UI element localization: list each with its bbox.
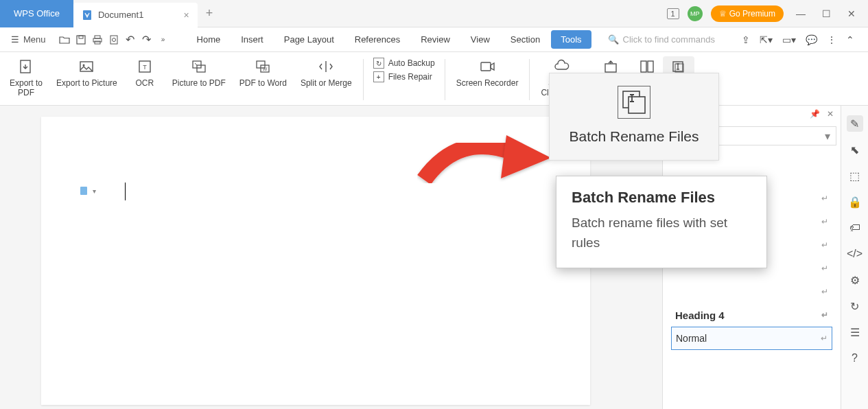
minimize-button[interactable]: —	[792, 8, 810, 19]
tab-section[interactable]: Section	[501, 30, 550, 49]
svg-rect-26	[629, 97, 645, 113]
auto-backup-button[interactable]: ↻ Auto Backup	[373, 58, 435, 69]
pencil-icon[interactable]: ✎	[847, 115, 863, 132]
batch-rename-large-icon	[618, 86, 650, 119]
close-panel-icon[interactable]: ✕	[827, 109, 834, 119]
command-search[interactable]: 🔍 Click to find commands	[608, 34, 715, 45]
tab-references[interactable]: References	[345, 30, 410, 49]
window-count-badge[interactable]: 1	[667, 8, 679, 19]
print-icon[interactable]	[90, 32, 105, 47]
close-window-button[interactable]: ✕	[843, 8, 860, 19]
tab-tools[interactable]: Tools	[551, 30, 591, 49]
tooltip-description: Batch Rename Files Batch rename files wi…	[556, 176, 767, 268]
feedback-icon[interactable]: 💬	[806, 34, 817, 45]
document-name: Document1	[98, 10, 143, 20]
document-tab[interactable]: Document1 ×	[73, 3, 198, 27]
ocr-icon: T	[137, 58, 153, 75]
menu-button[interactable]: ☰ Menu	[7, 34, 50, 45]
export-picture-icon	[78, 58, 95, 75]
go-premium-button[interactable]: ♕ Go Premium	[711, 5, 784, 22]
auto-backup-icon: ↻	[373, 58, 384, 69]
share-icon[interactable]: ⇱▾	[760, 34, 773, 45]
split-merge-button[interactable]: Split or Merge	[294, 56, 359, 89]
screen-recorder-icon	[479, 58, 495, 75]
settings-icon[interactable]: ⚙	[847, 272, 863, 288]
title-bar: WPS Office Document1 × + 1 MP ♕ Go Premi…	[0, 0, 868, 27]
menu-bar: ☰ Menu ↶ ↷ » HomeInsertPage LayoutRefere…	[0, 27, 868, 52]
files-repair-button[interactable]: + Files Repair	[373, 71, 435, 82]
document-page[interactable]: ▾	[41, 117, 590, 405]
style-item[interactable]: ↵	[671, 280, 832, 303]
crown-icon: ♕	[719, 9, 727, 19]
tab-page-layout[interactable]: Page Layout	[274, 30, 344, 49]
cursor-icon[interactable]: ⬉	[847, 141, 863, 158]
svg-rect-21	[648, 61, 653, 72]
pdf-to-word-icon: W	[255, 58, 271, 75]
qat-more-icon[interactable]: »	[156, 32, 171, 47]
svg-rect-3	[95, 36, 100, 38]
svg-text:W: W	[263, 67, 268, 71]
maximize-button[interactable]: ☐	[818, 8, 835, 19]
tab-home[interactable]: Home	[187, 30, 231, 49]
save-icon[interactable]	[73, 32, 89, 47]
user-avatar[interactable]: MP	[688, 6, 703, 21]
svg-rect-24	[80, 187, 87, 195]
list-icon[interactable]: ☰	[847, 324, 863, 340]
svg-rect-19	[605, 64, 616, 72]
app-tab[interactable]: WPS Office	[0, 0, 73, 27]
collapse-ribbon-icon[interactable]: ⌃	[846, 34, 854, 45]
cloud-sync-icon[interactable]: ⇪	[742, 34, 750, 45]
export-pdf-icon	[18, 58, 34, 75]
code-icon[interactable]: </>	[847, 246, 863, 262]
split-merge-icon	[318, 58, 334, 75]
export-pdf-button[interactable]: Export to PDF	[3, 56, 49, 99]
tab-review[interactable]: Review	[411, 30, 460, 49]
hamburger-icon: ☰	[11, 34, 19, 45]
redo-icon[interactable]: ↷	[139, 32, 154, 47]
style-item[interactable]: Normal↵	[671, 327, 832, 350]
svg-rect-23	[675, 64, 683, 72]
svg-rect-6	[110, 36, 117, 44]
picture-to-pdf-button[interactable]: Picture to PDF	[165, 56, 233, 89]
svg-rect-20	[641, 61, 646, 72]
screen-icon[interactable]: ▭▾	[782, 34, 796, 45]
svg-text:T: T	[143, 64, 147, 71]
ocr-button[interactable]: T OCR	[124, 56, 165, 89]
open-icon[interactable]	[57, 32, 72, 47]
svg-rect-18	[481, 62, 491, 71]
tab-view[interactable]: View	[461, 30, 500, 49]
close-tab-icon[interactable]: ×	[183, 10, 189, 21]
ribbon-tabs: HomeInsertPage LayoutReferencesReviewVie…	[187, 30, 591, 49]
document-icon	[82, 10, 93, 21]
files-repair-icon: +	[373, 71, 384, 82]
pdf-to-word-button[interactable]: W PDF to Word	[233, 56, 294, 89]
lock-icon[interactable]: 🔒	[847, 194, 863, 210]
svg-rect-1	[77, 36, 85, 44]
history-icon[interactable]: ↻	[847, 298, 863, 314]
ribbon-toolbar: Export to PDF Export to Picture T OCR Pi…	[0, 52, 868, 106]
pin-icon[interactable]: 📌	[810, 109, 820, 119]
ribbon-tooltip: Batch Rename Files	[549, 73, 719, 161]
text-cursor	[125, 183, 126, 200]
more-icon[interactable]: ⋮	[827, 34, 836, 45]
print-preview-icon[interactable]	[106, 32, 121, 47]
undo-icon[interactable]: ↶	[123, 32, 138, 47]
screen-recorder-button[interactable]: Screen Recorder	[449, 56, 526, 89]
search-icon: 🔍	[608, 34, 619, 45]
new-tab-button[interactable]: +	[206, 6, 213, 21]
export-picture-button[interactable]: Export to Picture	[49, 56, 124, 89]
picture-to-pdf-icon	[191, 58, 207, 75]
svg-point-7	[112, 38, 115, 41]
style-item[interactable]: Heading 4↵	[671, 303, 832, 327]
right-sidebar: ✎ ⬉ ⬚ 🔒 🏷 </> ⚙ ↻ ☰ ?	[841, 106, 868, 409]
page-marker-icon[interactable]: ▾	[79, 185, 96, 196]
tag-icon[interactable]: 🏷	[847, 220, 863, 236]
tab-insert[interactable]: Insert	[231, 30, 273, 49]
help-icon[interactable]: ?	[847, 350, 863, 366]
selection-icon[interactable]: ⬚	[847, 167, 863, 184]
